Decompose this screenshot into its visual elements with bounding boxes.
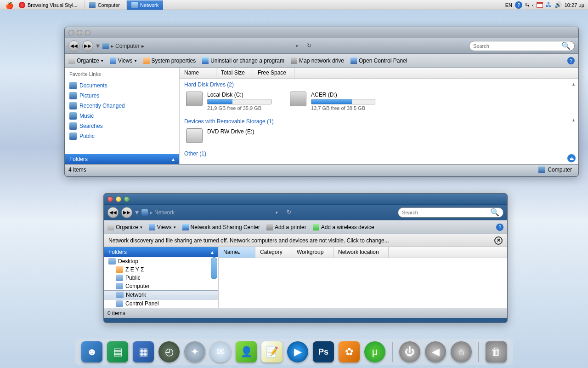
zoom-button[interactable] [85, 30, 90, 35]
col-category[interactable]: Category [255, 247, 292, 258]
drive-d[interactable]: ACER (D:) 13,7 GB free of 38,5 GB [290, 92, 375, 111]
dock-trash[interactable]: 🗑 [486, 341, 507, 362]
tree-computer[interactable]: Computer [104, 282, 218, 290]
back-button[interactable]: ◀◀ [68, 40, 79, 52]
col-total[interactable]: Total Size [216, 68, 253, 78]
chevron-down-icon[interactable]: ▾ [276, 210, 281, 215]
sidebar-public[interactable]: Public [65, 131, 179, 141]
lang-indicator[interactable]: EN [505, 2, 512, 8]
uninstall-button[interactable]: Uninstall or change a program [202, 58, 284, 64]
dock-clock[interactable]: ◴ [158, 341, 180, 362]
network-tray-icon[interactable]: 🖧 [546, 1, 552, 8]
folders-toggle[interactable]: Folders▴ [65, 154, 179, 164]
search-box[interactable]: 🔍 [398, 207, 503, 218]
calendar-tray-icon[interactable] [537, 2, 543, 8]
eject-icon[interactable]: ⏏ [567, 154, 576, 162]
back-button[interactable]: ◀◀ [107, 207, 119, 218]
help-icon[interactable]: ? [567, 57, 575, 64]
minimize-button[interactable] [77, 30, 82, 35]
close-button[interactable] [107, 196, 113, 202]
search-input[interactable] [473, 43, 561, 49]
organize-button[interactable]: Organize ▾ [107, 224, 142, 230]
tray-icon[interactable]: ⇆ [525, 2, 529, 8]
folders-toggle[interactable]: Folders▴ [104, 247, 218, 257]
search-box[interactable]: 🔍 [469, 41, 575, 51]
forward-button[interactable]: ▶▶ [121, 207, 132, 218]
drive-c[interactable]: Local Disk (C:) 21,9 GB free of 35,9 GB [186, 92, 271, 111]
dock-back[interactable]: ◀ [425, 341, 446, 362]
collapse-icon[interactable]: ▴ [572, 117, 575, 122]
sharing-center-button[interactable]: Network and Sharing Center [182, 224, 260, 230]
dock-flip3d[interactable]: ▤ [107, 341, 128, 362]
dropdown-arrow-icon[interactable]: ▾ [96, 41, 100, 50]
dock-finder[interactable]: ☻ [81, 341, 102, 362]
zoom-button[interactable] [124, 196, 130, 202]
apple-icon[interactable]: 🍎 [6, 2, 12, 8]
tree-public[interactable]: Public [104, 274, 218, 282]
collapse-icon[interactable]: ▴ [572, 81, 575, 86]
breadcrumb[interactable]: ▸ Computer ▸ [102, 43, 144, 49]
sidebar-documents[interactable]: Documents [65, 80, 179, 91]
dropdown-arrow-icon[interactable]: ▾ [135, 208, 139, 217]
add-printer-button[interactable]: Add a printer [266, 224, 306, 230]
help-icon[interactable]: ? [496, 224, 503, 231]
scrollbar-thumb[interactable] [211, 257, 217, 279]
control-panel-button[interactable]: Open Control Panel [351, 58, 407, 64]
breadcrumb-segment[interactable]: Computer [115, 43, 140, 49]
col-free[interactable]: Free Space [253, 68, 294, 78]
taskbar-network[interactable]: Network [126, 0, 163, 10]
section-drives[interactable]: Hard Disk Drives (2)▴ [180, 79, 578, 90]
close-button[interactable] [68, 30, 74, 35]
taskbar-browser[interactable]: Browsing Visual Styl... [14, 0, 82, 10]
dock-wmp[interactable]: ▶ [287, 341, 308, 362]
breadcrumb-segment[interactable]: Network [154, 209, 175, 216]
dock-notes[interactable]: 📝 [261, 341, 283, 362]
dock-iphoto[interactable]: ✿ [339, 341, 360, 362]
section-removable[interactable]: Devices with Removable Storage (1)▴ [180, 115, 578, 126]
chevron-down-icon[interactable]: ▾ [296, 44, 301, 48]
taskbar-computer[interactable]: Computer [84, 0, 124, 10]
tray-icon[interactable]: ‹ [532, 2, 534, 8]
sidebar-pictures[interactable]: Pictures [65, 91, 179, 101]
views-button[interactable]: Views ▾ [149, 224, 176, 230]
add-wireless-button[interactable]: Add a wireless device [313, 224, 374, 230]
breadcrumb[interactable]: ▸ Network [141, 209, 175, 216]
organize-button[interactable]: Organize ▾ [68, 58, 103, 64]
titlebar[interactable] [65, 27, 578, 38]
map-drive-button[interactable]: Map network drive [291, 58, 344, 64]
tree-network[interactable]: Network [104, 290, 218, 299]
drive-dvd[interactable]: DVD RW Drive (E:) [186, 128, 254, 143]
minimize-button[interactable] [116, 196, 121, 202]
close-infobar-icon[interactable]: ✕ [494, 236, 503, 245]
sidebar-music[interactable]: Music [65, 111, 179, 121]
sidebar-recently-changed[interactable]: Recently Changed [65, 101, 179, 111]
dock-utorrent[interactable]: μ [364, 341, 385, 362]
tree-desktop[interactable]: Desktop [104, 257, 218, 265]
dock-home[interactable]: ⌂ [451, 341, 472, 362]
titlebar[interactable] [104, 194, 507, 205]
views-button[interactable]: Views ▾ [110, 58, 137, 64]
refresh-icon[interactable]: ↻ [307, 42, 314, 50]
info-bar[interactable]: Network discovery and file sharing are t… [104, 234, 507, 247]
volume-tray-icon[interactable]: 🔊 [554, 1, 562, 8]
col-workgroup[interactable]: Workgroup [292, 247, 334, 258]
dock-tiles[interactable]: ▦ [133, 341, 154, 362]
system-properties-button[interactable]: System properties [143, 58, 196, 64]
tree-user[interactable]: Ζ Ε Υ Σ [104, 265, 218, 274]
clock[interactable]: 10:27 μμ [565, 2, 584, 8]
sidebar-searches[interactable]: Searches [65, 121, 179, 131]
refresh-icon[interactable]: ↻ [287, 209, 294, 216]
tree-control-panel[interactable]: Control Panel [104, 299, 218, 308]
help-tray-icon[interactable]: ? [515, 1, 522, 9]
col-location[interactable]: Network location [334, 247, 389, 258]
dock-messenger[interactable]: 👤 [236, 341, 257, 362]
dock-safari[interactable]: ✦ [184, 341, 205, 362]
col-name[interactable]: Name [180, 68, 216, 78]
dock-photoshop[interactable]: Ps [313, 341, 334, 362]
col-name[interactable]: Name▴ [219, 247, 255, 258]
search-input[interactable] [402, 210, 490, 215]
dock-power[interactable]: ⏻ [399, 341, 420, 362]
forward-button[interactable]: ▶▶ [82, 40, 93, 52]
dock-mail[interactable]: ✉ [210, 341, 231, 362]
section-other[interactable]: Other (1) [180, 148, 578, 159]
